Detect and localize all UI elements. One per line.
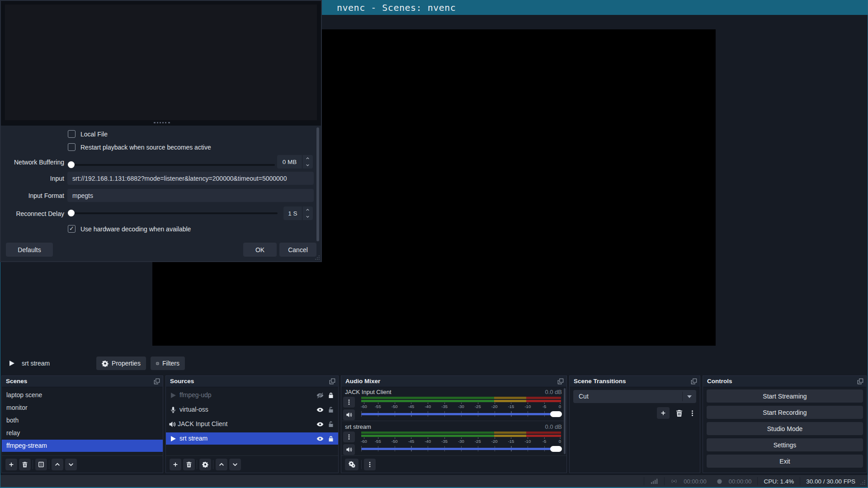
sources-title: Sources [170, 378, 194, 385]
mixer-menu-button[interactable] [343, 432, 355, 442]
scene-item[interactable]: laptop scene [2, 389, 163, 401]
network-buffering-label: Network Buffering [1, 159, 64, 166]
mixer-channel-name: srt stream [345, 423, 371, 430]
remove-scene-button[interactable] [19, 459, 31, 470]
add-scene-button[interactable] [5, 459, 17, 470]
network-buffering-slider-handle[interactable] [68, 161, 75, 168]
scene-item[interactable]: both [2, 414, 163, 427]
start-streaming-button[interactable]: Start Streaming [707, 389, 863, 403]
defaults-button[interactable]: Defaults [6, 243, 53, 257]
scenes-dock-header: Scenes [2, 376, 163, 387]
filters-button[interactable]: Filters [151, 357, 185, 370]
dialog-scrollbar[interactable] [316, 127, 319, 241]
audio-mixer-dock: Audio Mixer JACK Input Client 0.0 dB -60… [341, 375, 567, 473]
resize-grip-icon[interactable] [860, 479, 866, 485]
mixer-menu-button[interactable] [343, 397, 355, 408]
volume-slider-handle[interactable] [550, 446, 562, 452]
scenes-dock: Scenes laptop scene monitor both relay f… [1, 375, 163, 473]
scenes-title: Scenes [6, 378, 27, 385]
scene-filters-button[interactable] [35, 459, 47, 470]
reconnect-delay-slider-handle[interactable] [68, 210, 75, 216]
source-item[interactable]: JACK Input Client [166, 418, 338, 430]
trash-icon [22, 461, 28, 468]
advanced-audio-button[interactable] [345, 459, 359, 470]
local-file-checkbox[interactable] [68, 130, 75, 138]
input-field[interactable] [67, 172, 314, 185]
ok-button[interactable]: OK [243, 243, 277, 257]
source-item[interactable]: ffmpeg-udp [166, 389, 338, 401]
spin-up-button[interactable] [302, 155, 313, 162]
chevron-up-icon [54, 461, 61, 468]
cancel-button[interactable]: Cancel [279, 243, 316, 257]
volume-meter [361, 397, 561, 402]
popout-icon[interactable] [154, 378, 160, 385]
dialog-splitter-handle[interactable] [154, 122, 170, 123]
popout-icon[interactable] [329, 378, 335, 385]
source-properties-button[interactable] [199, 459, 211, 470]
controls-body: Start Streaming Start Recording Studio M… [703, 387, 866, 473]
popout-icon[interactable] [691, 378, 697, 385]
move-source-down-button[interactable] [229, 459, 241, 470]
network-buffering-slider[interactable] [70, 164, 275, 166]
scenes-list: laptop scene monitor both relay ffmpeg-s… [2, 387, 163, 455]
move-scene-up-button[interactable] [52, 459, 63, 470]
spin-up-button[interactable] [302, 206, 313, 213]
volume-slider[interactable] [361, 445, 561, 452]
properties-button[interactable]: Properties [96, 357, 146, 370]
lock-icon[interactable] [327, 435, 335, 442]
remove-transition-button[interactable] [674, 408, 684, 418]
mute-button[interactable] [343, 409, 355, 420]
eye-icon[interactable] [316, 435, 324, 442]
source-item-selected[interactable]: srt stream [166, 432, 338, 445]
scene-transitions-dock: Scene Transitions Cut [569, 375, 700, 473]
exit-button[interactable]: Exit [707, 455, 863, 468]
eye-slash-icon[interactable] [316, 392, 324, 399]
source-context-toolbar: srt stream Properties Filters [0, 355, 868, 373]
remove-source-button[interactable] [183, 459, 195, 470]
gear-icon [351, 464, 355, 468]
scene-item-selected[interactable]: ffmpeg-stream [2, 440, 163, 452]
input-format-field[interactable] [67, 189, 314, 202]
restart-playback-label: Restart playback when source becomes act… [80, 144, 211, 151]
start-recording-button[interactable]: Start Recording [707, 406, 863, 419]
spin-down-button[interactable] [302, 213, 313, 220]
settings-button[interactable]: Settings [707, 438, 863, 451]
microphone-icon [170, 406, 177, 413]
studio-mode-button[interactable]: Studio Mode [707, 422, 863, 435]
scene-item[interactable]: monitor [2, 402, 163, 414]
mixer-separator [342, 421, 566, 421]
lock-open-icon[interactable] [327, 421, 335, 428]
transition-select[interactable]: Cut [573, 390, 696, 403]
volume-slider-handle[interactable] [550, 411, 562, 417]
move-source-up-button[interactable] [216, 459, 227, 470]
lock-icon[interactable] [327, 392, 335, 399]
popout-icon[interactable] [857, 378, 863, 385]
eye-icon[interactable] [316, 406, 324, 413]
eye-icon[interactable] [316, 421, 324, 428]
reconnect-delay-slider[interactable] [70, 212, 278, 214]
mute-button[interactable] [343, 444, 355, 455]
add-transition-button[interactable] [657, 407, 670, 419]
network-buffering-spinbox[interactable]: 0 MB [277, 155, 313, 169]
mixer-scrollbar[interactable] [564, 388, 566, 454]
controls-dock: Controls Start Streaming Start Recording… [703, 375, 867, 473]
spin-down-button[interactable] [302, 162, 313, 169]
lock-open-icon[interactable] [327, 406, 335, 413]
plus-icon [172, 461, 179, 468]
dialog-media-preview [5, 5, 317, 120]
add-source-button[interactable] [170, 459, 181, 470]
restart-playback-checkbox[interactable] [68, 143, 75, 151]
transition-properties-button[interactable] [688, 408, 696, 418]
mixer-volume-db: 0.0 dB [545, 389, 562, 395]
resize-grip-icon[interactable] [315, 255, 320, 260]
mixer-options-button[interactable] [364, 459, 376, 470]
volume-slider[interactable] [361, 410, 561, 418]
signal-bars-icon [650, 478, 658, 485]
hw-decode-checkbox[interactable] [68, 225, 75, 233]
popout-icon[interactable] [557, 378, 564, 385]
reconnect-delay-spinbox[interactable]: 1 S [283, 206, 313, 220]
move-scene-down-button[interactable] [65, 459, 77, 470]
window-title: nvenc - Scenes: nvenc [337, 2, 456, 13]
scene-item[interactable]: relay [2, 427, 163, 439]
source-item[interactable]: virtual-oss [166, 404, 338, 416]
